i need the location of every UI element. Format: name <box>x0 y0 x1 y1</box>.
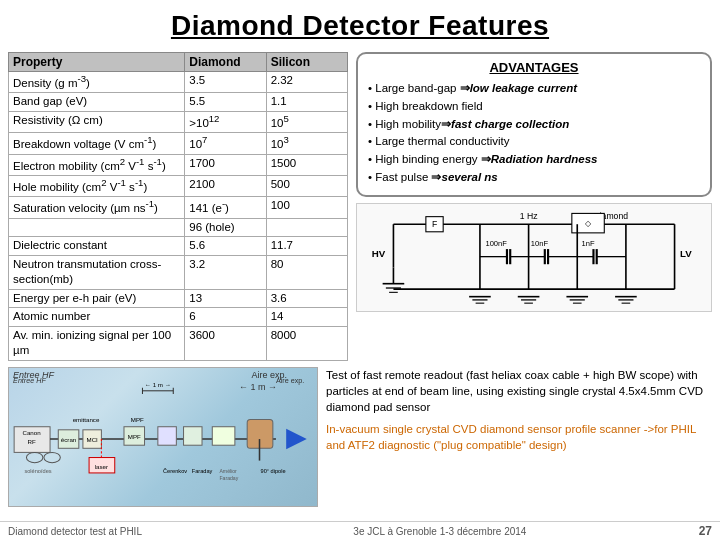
property-cell: Density (g m-3) <box>9 72 185 93</box>
svg-text:MPF: MPF <box>128 433 141 440</box>
property-cell: Atomic number <box>9 308 185 327</box>
silicon-cell <box>266 218 347 237</box>
property-cell: Energy per e-h pair (eV) <box>9 289 185 308</box>
footer: Diamond detector test at PHIL 3e JCL à G… <box>0 521 720 540</box>
orange-description: In-vacuum single crystal CVD diamond sen… <box>326 421 712 453</box>
page-title: Diamond Detector Features <box>0 0 720 48</box>
diamond-cell: 6 <box>185 308 266 327</box>
advantage-item: High binding energy ⇒Radiation hardness <box>368 151 700 169</box>
svg-text:Canon: Canon <box>23 429 42 436</box>
footer-conference: 3e JCL à Grenoble 1-3 décembre 2014 <box>353 526 698 537</box>
beam-image: Entree HF Aire exp. ← 1 m → Canon RF écr… <box>8 367 318 507</box>
table-row: Density (g m-3)3.52.32 <box>9 72 348 93</box>
svg-text:écran: écran <box>61 436 77 443</box>
advantage-item: Large band-gap ⇒low leakage current <box>368 80 700 98</box>
svg-text:Faraday: Faraday <box>219 475 238 481</box>
advantage-item: High mobility⇒fast charge collection <box>368 116 700 134</box>
col-header-silicon: Silicon <box>266 53 347 72</box>
silicon-cell: 1500 <box>266 154 347 175</box>
silicon-cell: 105 <box>266 111 347 132</box>
diamond-cell: >1012 <box>185 111 266 132</box>
svg-text:10nF: 10nF <box>531 239 549 248</box>
property-cell: Electron mobility (cm2 V-1 s-1) <box>9 154 185 175</box>
footer-page: 27 <box>699 524 712 538</box>
freq-label: 1 Hz <box>520 211 538 221</box>
property-cell: Band gap (eV) <box>9 93 185 112</box>
diamond-cell: 141 (e-) <box>185 197 266 218</box>
diamond-cell: 3600 <box>185 326 266 360</box>
svg-rect-68 <box>212 426 235 444</box>
property-cell: Av. min. ionizing signal per 100 µm <box>9 326 185 360</box>
svg-text:Aire exp.: Aire exp. <box>276 376 304 384</box>
diamond-cell: 96 (hole) <box>185 218 266 237</box>
table-row: Band gap (eV)5.51.1 <box>9 93 348 112</box>
diamond-cell: 2100 <box>185 175 266 196</box>
silicon-cell: 14 <box>266 308 347 327</box>
svg-rect-63 <box>158 426 176 444</box>
table-row: Resistivity (Ω cm)>1012105 <box>9 111 348 132</box>
silicon-cell: 11.7 <box>266 237 347 256</box>
table-row: Breakdown voltage (V cm-1)107103 <box>9 133 348 154</box>
property-cell <box>9 218 185 237</box>
table-row: Av. min. ionizing signal per 100 µm36008… <box>9 326 348 360</box>
table-row: Neutron transmutation cross-section(mb)3… <box>9 255 348 289</box>
properties-panel: Property Diamond Silicon Density (g m-3)… <box>8 52 348 361</box>
table-row: Hole mobility (cm2 V-1 s-1)2100500 <box>9 175 348 196</box>
diamond-cell: 5.5 <box>185 93 266 112</box>
advantage-item: High breakdown field <box>368 98 700 116</box>
properties-table: Property Diamond Silicon Density (g m-3)… <box>8 52 348 361</box>
right-panel: ADVANTAGES Large band-gap ⇒low leakage c… <box>356 52 712 361</box>
col-header-property: Property <box>9 53 185 72</box>
table-row: Dielectric constant5.611.7 <box>9 237 348 256</box>
table-row: Atomic number614 <box>9 308 348 327</box>
diamond-cell: 1700 <box>185 154 266 175</box>
circuit-svg: 1 Hz HV LV Diamond F <box>361 208 707 305</box>
advantage-item: Large thermal conductivity <box>368 133 700 151</box>
advantages-title: ADVANTAGES <box>368 60 700 75</box>
svg-text:F: F <box>432 219 437 229</box>
svg-point-60 <box>26 452 42 462</box>
silicon-cell: 500 <box>266 175 347 196</box>
svg-text:RF: RF <box>27 438 35 445</box>
hv-label: HV <box>372 248 386 259</box>
svg-text:100nF: 100nF <box>485 239 507 248</box>
svg-text:emittance: emittance <box>73 415 100 422</box>
table-row: Electron mobility (cm2 V-1 s-1)17001500 <box>9 154 348 175</box>
silicon-cell: 103 <box>266 133 347 154</box>
property-cell: Saturation velocity (µm ns-1) <box>9 197 185 218</box>
bottom-section: Entree HF Aire exp. ← 1 m → Canon RF écr… <box>0 363 720 511</box>
beam-inner: Entree HF Aire exp. ← 1 m → Canon RF écr… <box>9 368 317 506</box>
beam-line-svg: Canon RF écran MCI emittance laser MPF <box>9 368 317 506</box>
svg-text:1nF: 1nF <box>582 239 595 248</box>
svg-text:90° dipole: 90° dipole <box>261 468 286 474</box>
svg-text:Faraday: Faraday <box>192 468 213 474</box>
lv-label: LV <box>680 248 692 259</box>
advantages-list: Large band-gap ⇒low leakage currentHigh … <box>368 80 700 187</box>
advantage-item: Fast pulse ⇒several ns <box>368 169 700 187</box>
svg-text:Entree HF: Entree HF <box>13 376 46 384</box>
diamond-cell: 5.6 <box>185 237 266 256</box>
svg-text:laser: laser <box>95 463 108 470</box>
table-row: Energy per e-h pair (eV)133.6 <box>9 289 348 308</box>
silicon-cell: 3.6 <box>266 289 347 308</box>
property-cell: Breakdown voltage (V cm-1) <box>9 133 185 154</box>
svg-rect-65 <box>184 426 202 444</box>
col-header-diamond: Diamond <box>185 53 266 72</box>
footer-event: Diamond detector test at PHIL <box>8 526 353 537</box>
svg-marker-72 <box>286 428 307 449</box>
property-cell: Neutron transmutation cross-section(mb) <box>9 255 185 289</box>
black-description: Test of fast remote readout (fast heliax… <box>326 367 712 415</box>
svg-text:Amélior: Amélior <box>219 468 237 474</box>
advantages-box: ADVANTAGES Large band-gap ⇒low leakage c… <box>356 52 712 197</box>
property-cell: Resistivity (Ω cm) <box>9 111 185 132</box>
svg-text:MPF: MPF <box>131 415 144 422</box>
silicon-cell: 100 <box>266 197 347 218</box>
circuit-diagram: 1 Hz HV LV Diamond F <box>356 203 712 312</box>
silicon-cell: 8000 <box>266 326 347 360</box>
diamond-cell: 107 <box>185 133 266 154</box>
property-cell: Hole mobility (cm2 V-1 s-1) <box>9 175 185 196</box>
svg-text:Čerenkov: Čerenkov <box>163 468 187 474</box>
table-row: 96 (hole) <box>9 218 348 237</box>
silicon-cell: 2.32 <box>266 72 347 93</box>
bottom-right: Test of fast remote readout (fast heliax… <box>326 367 712 507</box>
